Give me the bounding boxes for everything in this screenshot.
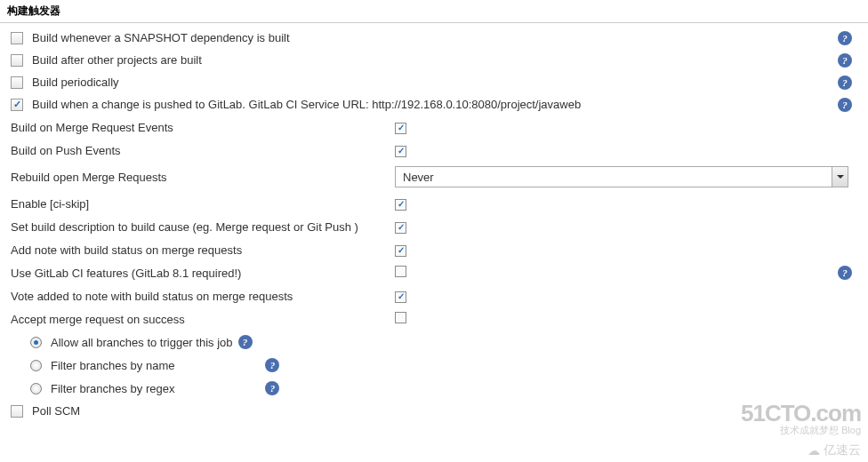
periodically-checkbox[interactable] [11, 76, 23, 89]
radio-row: Filter branches by name [7, 354, 861, 377]
poll-scm-checkbox[interactable] [11, 405, 23, 418]
rebuild-open-mr-label: Rebuild open Merge Requests [7, 171, 390, 184]
merge-request-events-label: Build on Merge Request Events [7, 121, 390, 134]
help-icon[interactable] [838, 266, 852, 280]
option-row: Use GitLab CI features (GitLab 8.1 requi… [7, 261, 861, 284]
branch-filter-name-label: Filter branches by name [51, 359, 174, 372]
merge-request-events-checkbox[interactable] [395, 123, 406, 134]
branch-filter-regex-label: Filter branches by regex [51, 382, 174, 395]
watermark-cloud-text: 亿速云 [824, 442, 861, 458]
branch-filter-name-radio[interactable] [30, 360, 42, 371]
gitlab-ci-features-label: Use GitLab CI features (GitLab 8.1 requi… [7, 267, 390, 280]
push-events-checkbox[interactable] [395, 146, 406, 157]
vote-note-checkbox[interactable] [395, 291, 406, 303]
help-icon[interactable] [838, 53, 852, 68]
add-note-checkbox[interactable] [395, 245, 406, 257]
ci-skip-label: Enable [ci-skip] [7, 197, 390, 211]
watermark-cloud: ☁ 亿速云 [808, 442, 861, 458]
after-projects-label: Build after other projects are built [32, 53, 861, 67]
help-icon[interactable] [838, 76, 852, 90]
gitlab-checkbox[interactable] [11, 99, 23, 111]
build-desc-label: Set build description to build cause (eg… [7, 220, 390, 234]
branch-filter-all-radio[interactable] [30, 337, 42, 348]
help-icon[interactable] [238, 335, 253, 349]
periodically-label: Build periodically [32, 76, 861, 89]
trigger-row: Build periodically [7, 71, 861, 93]
trigger-row: Build after other projects are built [7, 49, 861, 71]
after-projects-checkbox[interactable] [11, 54, 23, 67]
option-row: Enable [ci-skip] [7, 192, 861, 215]
push-events-label: Build on Push Events [7, 144, 390, 157]
snapshot-label: Build whenever a SNAPSHOT dependency is … [32, 31, 861, 44]
option-row: Rebuild open Merge Requests Never [7, 162, 861, 192]
snapshot-checkbox[interactable] [11, 32, 23, 44]
section-title: 构建触发器 [0, 0, 868, 23]
radio-row: Filter branches by regex [7, 377, 861, 400]
accept-mr-label: Accept merge request on success [7, 313, 390, 326]
option-row: Accept merge request on success [7, 307, 861, 331]
radio-row: Allow all branches to trigger this job [7, 331, 861, 354]
help-icon[interactable] [265, 381, 279, 395]
build-desc-checkbox[interactable] [395, 222, 406, 234]
option-row: Add note with build status on merge requ… [7, 238, 861, 261]
add-note-label: Add note with build status on merge requ… [7, 243, 390, 257]
option-row: Build on Push Events [7, 139, 861, 162]
trigger-row: Poll SCM [7, 400, 861, 422]
trigger-row: Build whenever a SNAPSHOT dependency is … [7, 27, 861, 49]
option-row: Vote added to note with build status on … [7, 284, 861, 307]
branch-filter-regex-radio[interactable] [30, 383, 42, 394]
poll-scm-label: Poll SCM [32, 404, 861, 418]
ci-skip-checkbox[interactable] [395, 199, 406, 211]
help-icon[interactable] [265, 358, 279, 372]
option-row: Set build description to build cause (eg… [7, 215, 861, 238]
option-row: Build on Merge Request Events [7, 116, 861, 139]
rebuild-open-mr-select[interactable]: Never [395, 166, 848, 187]
gitlab-ci-features-checkbox[interactable] [395, 266, 406, 277]
accept-mr-checkbox[interactable] [395, 312, 406, 323]
trigger-row: Build when a change is pushed to GitLab.… [7, 93, 861, 116]
vote-note-label: Vote added to note with build status on … [7, 290, 390, 303]
cloud-icon: ☁ [808, 443, 820, 458]
branch-filter-all-label: Allow all branches to trigger this job [51, 336, 233, 349]
chevron-down-icon [832, 167, 848, 187]
help-icon[interactable] [838, 31, 852, 45]
rebuild-open-mr-value: Never [396, 171, 832, 184]
help-icon[interactable] [838, 98, 852, 112]
gitlab-label: Build when a change is pushed to GitLab.… [32, 98, 861, 111]
